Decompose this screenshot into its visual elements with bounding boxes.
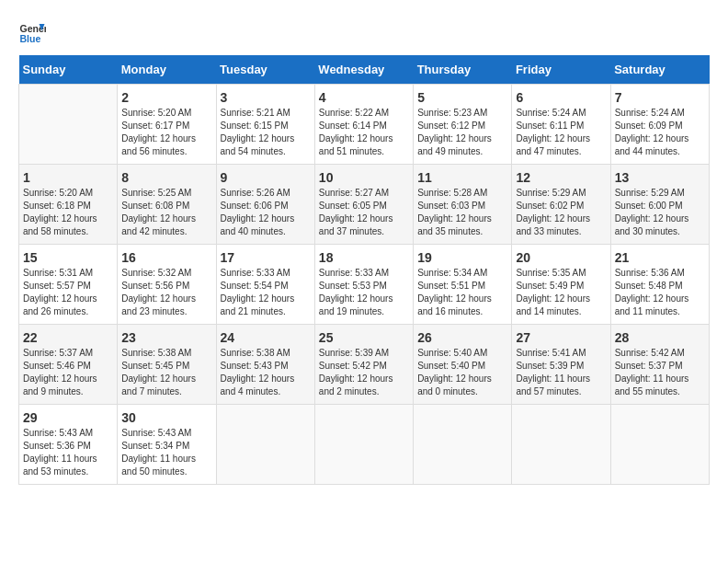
calendar-cell-0-5: 6 Sunrise: 5:24 AM Sunset: 6:11 PM Dayli… — [512, 85, 610, 165]
day-number: 5 — [417, 90, 507, 105]
calendar-cell-4-4 — [414, 405, 512, 485]
day-number: 2 — [121, 90, 211, 105]
calendar-week-1: 1 Sunrise: 5:20 AM Sunset: 6:18 PM Dayli… — [19, 165, 710, 245]
day-info: Sunrise: 5:27 AM Sunset: 6:05 PM Dayligh… — [319, 187, 409, 238]
calendar-cell-2-0: 15 Sunrise: 5:31 AM Sunset: 5:57 PM Dayl… — [19, 245, 118, 325]
calendar-cell-3-2: 24 Sunrise: 5:38 AM Sunset: 5:43 PM Dayl… — [216, 325, 314, 405]
day-info: Sunrise: 5:38 AM Sunset: 5:43 PM Dayligh… — [221, 347, 311, 398]
day-info: Sunrise: 5:36 AM Sunset: 5:48 PM Dayligh… — [615, 267, 705, 318]
calendar-cell-1-2: 9 Sunrise: 5:26 AM Sunset: 6:06 PM Dayli… — [216, 165, 314, 245]
calendar-cell-0-0 — [19, 85, 118, 165]
calendar-cell-4-1: 30 Sunrise: 5:43 AM Sunset: 5:34 PM Dayl… — [118, 405, 216, 485]
calendar-cell-2-5: 20 Sunrise: 5:35 AM Sunset: 5:49 PM Dayl… — [512, 245, 610, 325]
day-number: 22 — [23, 330, 113, 345]
day-number: 8 — [121, 170, 211, 185]
day-number: 19 — [417, 250, 507, 265]
calendar-cell-2-4: 19 Sunrise: 5:34 AM Sunset: 5:51 PM Dayl… — [414, 245, 512, 325]
header-friday: Friday — [512, 55, 610, 85]
calendar-cell-2-3: 18 Sunrise: 5:33 AM Sunset: 5:53 PM Dayl… — [314, 245, 413, 325]
calendar-cell-0-2: 3 Sunrise: 5:21 AM Sunset: 6:15 PM Dayli… — [216, 85, 314, 165]
calendar-cell-1-5: 12 Sunrise: 5:29 AM Sunset: 6:02 PM Dayl… — [512, 165, 610, 245]
day-info: Sunrise: 5:42 AM Sunset: 5:37 PM Dayligh… — [615, 347, 705, 398]
day-info: Sunrise: 5:21 AM Sunset: 6:15 PM Dayligh… — [221, 107, 311, 158]
day-number: 27 — [516, 330, 606, 345]
calendar-cell-3-6: 28 Sunrise: 5:42 AM Sunset: 5:37 PM Dayl… — [610, 325, 709, 405]
calendar-cell-2-1: 16 Sunrise: 5:32 AM Sunset: 5:56 PM Dayl… — [118, 245, 216, 325]
page-header: General Blue — [18, 18, 710, 46]
header-monday: Monday — [118, 55, 216, 85]
calendar-week-0: 2 Sunrise: 5:20 AM Sunset: 6:17 PM Dayli… — [19, 85, 710, 165]
calendar-cell-3-3: 25 Sunrise: 5:39 AM Sunset: 5:42 PM Dayl… — [314, 325, 413, 405]
day-number: 26 — [417, 330, 507, 345]
calendar-cell-1-6: 13 Sunrise: 5:29 AM Sunset: 6:00 PM Dayl… — [610, 165, 709, 245]
calendar-cell-1-4: 11 Sunrise: 5:28 AM Sunset: 6:03 PM Dayl… — [414, 165, 512, 245]
day-number: 29 — [23, 410, 113, 425]
day-info: Sunrise: 5:37 AM Sunset: 5:46 PM Dayligh… — [23, 347, 113, 398]
logo-icon: General Blue — [18, 18, 46, 46]
day-number: 16 — [121, 250, 211, 265]
day-number: 24 — [221, 330, 311, 345]
day-info: Sunrise: 5:39 AM Sunset: 5:42 PM Dayligh… — [319, 347, 409, 398]
calendar-table: SundayMondayTuesdayWednesdayThursdayFrid… — [18, 55, 710, 485]
day-info: Sunrise: 5:22 AM Sunset: 6:14 PM Dayligh… — [319, 107, 409, 158]
calendar-cell-1-1: 8 Sunrise: 5:25 AM Sunset: 6:08 PM Dayli… — [118, 165, 216, 245]
day-info: Sunrise: 5:40 AM Sunset: 5:40 PM Dayligh… — [417, 347, 507, 398]
day-number: 13 — [615, 170, 705, 185]
day-info: Sunrise: 5:29 AM Sunset: 6:02 PM Dayligh… — [516, 187, 606, 238]
day-number: 9 — [221, 170, 311, 185]
day-number: 25 — [319, 330, 409, 345]
header-sunday: Sunday — [19, 55, 118, 85]
day-number: 4 — [319, 90, 409, 105]
calendar-week-4: 29 Sunrise: 5:43 AM Sunset: 5:36 PM Dayl… — [19, 405, 710, 485]
day-number: 11 — [417, 170, 507, 185]
calendar-cell-0-6: 7 Sunrise: 5:24 AM Sunset: 6:09 PM Dayli… — [610, 85, 709, 165]
day-info: Sunrise: 5:23 AM Sunset: 6:12 PM Dayligh… — [417, 107, 507, 158]
day-info: Sunrise: 5:34 AM Sunset: 5:51 PM Dayligh… — [417, 267, 507, 318]
calendar-week-3: 22 Sunrise: 5:37 AM Sunset: 5:46 PM Dayl… — [19, 325, 710, 405]
header-tuesday: Tuesday — [216, 55, 314, 85]
day-number: 7 — [615, 90, 705, 105]
day-number: 18 — [319, 250, 409, 265]
calendar-week-2: 15 Sunrise: 5:31 AM Sunset: 5:57 PM Dayl… — [19, 245, 710, 325]
day-info: Sunrise: 5:20 AM Sunset: 6:17 PM Dayligh… — [121, 107, 211, 158]
day-number: 30 — [121, 410, 211, 425]
day-info: Sunrise: 5:35 AM Sunset: 5:49 PM Dayligh… — [516, 267, 606, 318]
calendar-cell-3-1: 23 Sunrise: 5:38 AM Sunset: 5:45 PM Dayl… — [118, 325, 216, 405]
day-info: Sunrise: 5:28 AM Sunset: 6:03 PM Dayligh… — [417, 187, 507, 238]
calendar-cell-0-4: 5 Sunrise: 5:23 AM Sunset: 6:12 PM Dayli… — [414, 85, 512, 165]
calendar-cell-3-0: 22 Sunrise: 5:37 AM Sunset: 5:46 PM Dayl… — [19, 325, 118, 405]
day-info: Sunrise: 5:29 AM Sunset: 6:00 PM Dayligh… — [615, 187, 705, 238]
calendar-cell-4-5 — [512, 405, 610, 485]
day-number: 3 — [221, 90, 311, 105]
svg-text:Blue: Blue — [20, 33, 41, 44]
calendar-cell-0-3: 4 Sunrise: 5:22 AM Sunset: 6:14 PM Dayli… — [314, 85, 413, 165]
calendar-cell-4-2 — [216, 405, 314, 485]
day-number: 17 — [221, 250, 311, 265]
day-info: Sunrise: 5:24 AM Sunset: 6:09 PM Dayligh… — [615, 107, 705, 158]
header-thursday: Thursday — [414, 55, 512, 85]
day-number: 23 — [121, 330, 211, 345]
day-number: 12 — [516, 170, 606, 185]
header-wednesday: Wednesday — [314, 55, 413, 85]
calendar-cell-1-0: 1 Sunrise: 5:20 AM Sunset: 6:18 PM Dayli… — [19, 165, 118, 245]
calendar-cell-4-3 — [314, 405, 413, 485]
calendar-cell-2-2: 17 Sunrise: 5:33 AM Sunset: 5:54 PM Dayl… — [216, 245, 314, 325]
calendar-header-row: SundayMondayTuesdayWednesdayThursdayFrid… — [19, 55, 710, 85]
day-info: Sunrise: 5:26 AM Sunset: 6:06 PM Dayligh… — [221, 187, 311, 238]
day-info: Sunrise: 5:33 AM Sunset: 5:53 PM Dayligh… — [319, 267, 409, 318]
day-number: 20 — [516, 250, 606, 265]
day-info: Sunrise: 5:24 AM Sunset: 6:11 PM Dayligh… — [516, 107, 606, 158]
day-number: 21 — [615, 250, 705, 265]
calendar-cell-4-6 — [610, 405, 709, 485]
calendar-cell-2-6: 21 Sunrise: 5:36 AM Sunset: 5:48 PM Dayl… — [610, 245, 709, 325]
calendar-cell-3-5: 27 Sunrise: 5:41 AM Sunset: 5:39 PM Dayl… — [512, 325, 610, 405]
day-info: Sunrise: 5:32 AM Sunset: 5:56 PM Dayligh… — [121, 267, 211, 318]
day-info: Sunrise: 5:43 AM Sunset: 5:34 PM Dayligh… — [121, 427, 211, 478]
day-number: 10 — [319, 170, 409, 185]
day-number: 6 — [516, 90, 606, 105]
day-info: Sunrise: 5:43 AM Sunset: 5:36 PM Dayligh… — [23, 427, 113, 478]
day-info: Sunrise: 5:20 AM Sunset: 6:18 PM Dayligh… — [23, 187, 113, 238]
day-info: Sunrise: 5:41 AM Sunset: 5:39 PM Dayligh… — [516, 347, 606, 398]
calendar-cell-3-4: 26 Sunrise: 5:40 AM Sunset: 5:40 PM Dayl… — [414, 325, 512, 405]
day-info: Sunrise: 5:33 AM Sunset: 5:54 PM Dayligh… — [221, 267, 311, 318]
